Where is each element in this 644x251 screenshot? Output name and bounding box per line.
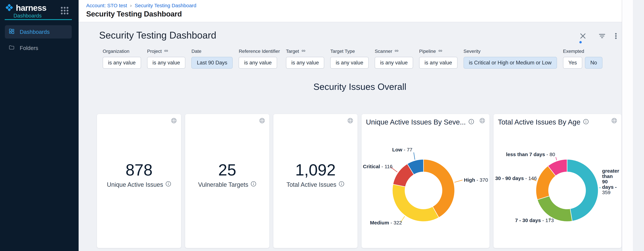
- filter-group-scanner: Scanneris any value: [375, 48, 413, 69]
- filter-group-exempted: ExemptedYesNo: [563, 48, 602, 69]
- dashboard-icon: [8, 28, 15, 36]
- close-icon[interactable]: [579, 32, 587, 40]
- filter-label: Pipeline: [419, 49, 436, 54]
- info-icon[interactable]: [468, 118, 474, 126]
- donut-chart[interactable]: greaterthan90days -3597 - 30 days - 1733…: [494, 129, 622, 245]
- link-icon: [394, 48, 399, 54]
- filter-group-date: DateLast 90 Days: [192, 48, 232, 69]
- folder-icon: [8, 44, 15, 52]
- filter-option-yes[interactable]: Yes: [563, 57, 582, 69]
- filter-label: Target Type: [330, 49, 355, 54]
- sidebar: harness Dashboards DashboardsFolders: [0, 0, 78, 251]
- donut-slice-medium[interactable]: [392, 184, 439, 222]
- donut-slice-label: High - 370: [464, 177, 488, 183]
- donut-slice-label: greaterthan90days -359: [602, 168, 619, 195]
- filter-group-pipeline: Pipelineis any value: [419, 48, 458, 69]
- donut-slice-greater-than-90-days[interactable]: [567, 159, 598, 221]
- info-icon[interactable]: [339, 181, 344, 188]
- info-icon[interactable]: [251, 181, 256, 188]
- dashboard-title: Security Testing Dashboard: [99, 30, 216, 41]
- chart-card-1: Unique Active Issues By Seve...High - 37…: [362, 114, 490, 248]
- module-label: Dashboards: [14, 13, 42, 19]
- filter-value-button[interactable]: is any value: [286, 57, 324, 69]
- chart-title: Total Active Issues By Age: [498, 118, 580, 126]
- donut-slice-label: Medium - 322: [370, 220, 402, 226]
- filter-group-severity: Severityis Critical or High or Medium or…: [464, 48, 557, 69]
- globe-icon: [171, 117, 177, 124]
- dashboard-content: Security Testing Dashboard Organizationi…: [78, 22, 633, 251]
- stat-card-unique-active-issues: 878Unique Active Issues: [97, 114, 181, 248]
- globe-icon: [347, 117, 354, 124]
- filter-value-button[interactable]: Last 90 Days: [192, 57, 232, 69]
- filter-option-no[interactable]: No: [585, 57, 602, 69]
- donut-slice-label: Low - 77: [392, 147, 412, 152]
- donut-slice-label: less than 7 days - 80: [506, 152, 555, 157]
- filter-value-button[interactable]: is any value: [330, 57, 369, 69]
- filter-group-target: Targetis any value: [286, 48, 324, 69]
- sidebar-item-dashboards[interactable]: Dashboards: [5, 25, 72, 38]
- cards-row: 878Unique Active Issues25Vulnerable Targ…: [97, 114, 622, 248]
- globe-icon: [259, 117, 265, 124]
- donut-slice-label: 30 - 90 days - 146: [495, 176, 537, 181]
- stat-label: Unique Active Issues: [107, 181, 163, 188]
- donut-slice-label: Critical - 116: [363, 164, 392, 169]
- harness-logo-icon: [4, 3, 14, 13]
- filter-label: Exempted: [563, 49, 584, 54]
- filter-label: Reference Identifier: [239, 49, 280, 54]
- label-connector: [556, 157, 557, 160]
- link-icon: [164, 48, 168, 54]
- info-icon[interactable]: [583, 118, 589, 126]
- sidebar-item-label: Folders: [20, 45, 38, 51]
- filter-value-button[interactable]: is Critical or High or Medium or Low: [464, 57, 557, 69]
- sidebar-nav: DashboardsFolders: [5, 25, 72, 57]
- filter-value-button[interactable]: is any value: [239, 57, 277, 69]
- stat-label: Total Active Issues: [286, 181, 336, 188]
- stat-label: Vulnerable Targets: [198, 181, 248, 188]
- filter-value-button[interactable]: is any value: [419, 57, 458, 69]
- filter-label: Project: [147, 49, 162, 54]
- filter-value-button[interactable]: is any value: [147, 57, 186, 69]
- breadcrumb: Account: STO test›Security Testing Dashb…: [86, 3, 196, 8]
- filter-group-organization: Organizationis any value: [103, 48, 141, 69]
- filter-label: Date: [192, 49, 201, 54]
- label-connector: [454, 180, 462, 182]
- section-title: Security Issues Overall: [97, 81, 623, 92]
- filter-label: Organization: [103, 49, 130, 54]
- app-grid-icon[interactable]: [60, 6, 69, 16]
- cursor-dot: [579, 41, 582, 43]
- harness-logo[interactable]: harness: [4, 3, 46, 13]
- main-area: Account: STO test›Security Testing Dashb…: [78, 0, 633, 251]
- topbar: Account: STO test›Security Testing Dashb…: [78, 0, 633, 22]
- sidebar-item-label: Dashboards: [20, 29, 50, 35]
- link-icon: [301, 48, 306, 54]
- vertical-scrollbar[interactable]: [622, 0, 633, 251]
- stat-value: 25: [185, 162, 269, 178]
- filter-value-button[interactable]: is any value: [103, 57, 141, 69]
- filter-icon[interactable]: [598, 32, 606, 40]
- filter-group-target-type: Target Typeis any value: [330, 48, 369, 69]
- breadcrumb-link[interactable]: Account: STO test: [86, 3, 127, 8]
- label-connector: [414, 152, 415, 160]
- module-divider: [5, 19, 72, 20]
- page-title: Security Testing Dashboard: [86, 10, 182, 18]
- filter-bar: Organizationis any valueProjectis any va…: [103, 48, 602, 69]
- donut-slice-label: 7 - 30 days - 173: [515, 218, 554, 223]
- info-icon[interactable]: [166, 181, 171, 188]
- brand-name: harness: [16, 3, 46, 13]
- donut-chart[interactable]: High - 370Medium - 322Critical - 116Low …: [362, 129, 490, 245]
- breadcrumb-link[interactable]: Security Testing Dashboard: [135, 3, 196, 8]
- filter-label: Severity: [464, 49, 480, 54]
- filter-value-button[interactable]: is any value: [375, 57, 413, 69]
- filter-group-reference-identifier: Reference Identifieris any value: [239, 48, 280, 69]
- stat-card-vulnerable-targets: 25Vulnerable Targets: [185, 114, 269, 248]
- stat-value: 878: [97, 162, 181, 178]
- filter-group-project: Projectis any value: [147, 48, 186, 69]
- kebab-menu-icon[interactable]: [612, 32, 620, 40]
- filter-label: Scanner: [375, 49, 392, 54]
- breadcrumb-separator: ›: [130, 3, 132, 8]
- sidebar-item-folders[interactable]: Folders: [5, 41, 72, 55]
- chart-title: Unique Active Issues By Seve...: [366, 118, 466, 126]
- globe-icon: [611, 117, 618, 124]
- stat-card-total-active-issues: 1,092Total Active Issues: [273, 114, 358, 248]
- chart-card-2: Total Active Issues By Agegreaterthan90d…: [494, 114, 622, 248]
